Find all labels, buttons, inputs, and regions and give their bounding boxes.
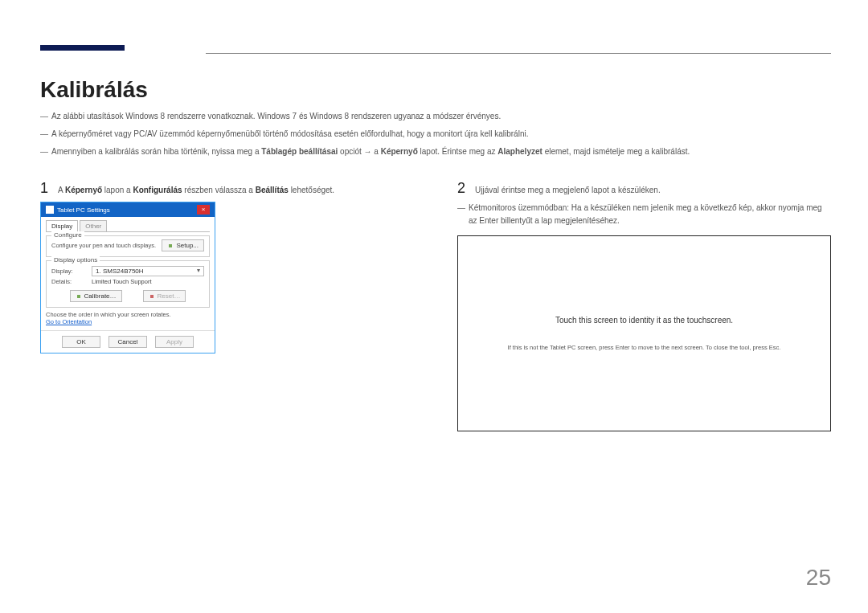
header-accent-bar: [40, 45, 125, 51]
t: Setup...: [176, 242, 199, 249]
display-options-label: Display options: [51, 256, 100, 264]
intro-notes: ―Az alábbi utasítások Windows 8 rendszer…: [40, 109, 831, 162]
touch-line-1: Touch this screen to identity it as the …: [555, 316, 733, 325]
dash-icon: ―: [40, 127, 48, 141]
details-label: Details:: [51, 278, 85, 285]
dash-icon: ―: [40, 145, 48, 159]
apply-button[interactable]: Apply: [155, 336, 194, 348]
t: Képernyő: [65, 186, 102, 194]
details-value: Limited Touch Support: [92, 278, 152, 285]
header-rule: [206, 53, 831, 54]
t: Amennyiben a kalibrálás során hiba törté…: [51, 147, 261, 156]
configure-label: Configure: [51, 231, 84, 239]
dash-icon: ―: [40, 109, 48, 124]
step-number-1: 1: [40, 180, 48, 197]
ok-button[interactable]: OK: [62, 336, 100, 348]
orientation-link[interactable]: Go to Orientation: [46, 318, 92, 325]
display-select[interactable]: 1. SMS24B750H: [92, 266, 204, 276]
reset-button[interactable]: Reset…: [143, 290, 186, 302]
t: elemet, majd ismételje meg a kalibrálást…: [542, 147, 690, 156]
t: lapot. Érintse meg az: [418, 147, 498, 156]
t: opciót → a: [338, 147, 380, 156]
t: Calibrate…: [84, 292, 117, 300]
app-icon: [46, 206, 54, 214]
step-2: 2 Ujjával érintse meg a megjelenő lapot …: [457, 180, 831, 197]
step-1: 1 A Képernyő lapon a Konfigurálás részbe…: [40, 180, 414, 197]
t: Alaphelyzet: [497, 147, 542, 156]
gear-icon: [76, 293, 82, 300]
tab-display[interactable]: Display: [46, 220, 78, 231]
page-number: 25: [806, 565, 831, 591]
display-options-group: Display options Display: 1. SMS24B750H D…: [46, 260, 210, 308]
t: Táblagép beállításai: [261, 147, 338, 156]
calibrate-button[interactable]: Calibrate…: [70, 290, 122, 302]
intro-line-3: Amennyiben a kalibrálás során hiba törté…: [51, 145, 690, 159]
t: lehetőséget.: [289, 186, 334, 194]
configure-group: Configure Configure your pen and touch d…: [46, 235, 210, 257]
touch-line-2: If this is not the Tablet PC screen, pre…: [508, 344, 781, 351]
step-2-note-text: Kétmonitoros üzemmódban: Ha a készüléken…: [469, 202, 831, 227]
tabs: Display Other: [46, 220, 210, 232]
tab-other[interactable]: Other: [80, 220, 107, 231]
touchscreen-prompt-panel: Touch this screen to identity it as the …: [457, 235, 831, 431]
step-2-note: ― Kétmonitoros üzemmódban: Ha a készülék…: [457, 202, 831, 227]
rotate-note: Choose the order in which your screen ro…: [46, 311, 210, 318]
t: Reset…: [158, 292, 181, 300]
t: Beállítás: [256, 186, 289, 194]
gear-icon: [167, 243, 174, 249]
display-label: Display:: [51, 268, 85, 275]
dialog-titlebar: Tablet PC Settings ×: [41, 202, 215, 217]
dialog-footer: OK Cancel Apply: [41, 330, 215, 353]
cancel-button[interactable]: Cancel: [108, 336, 147, 348]
intro-line-1: Az alábbi utasítások Windows 8 rendszerr…: [51, 109, 501, 124]
left-column: 1 A Képernyő lapon a Konfigurálás részbe…: [40, 180, 414, 431]
intro-line-2: A képernyőméret vagy PC/AV üzemmód képer…: [51, 127, 528, 141]
tablet-pc-settings-dialog: Tablet PC Settings × Display Other Confi…: [40, 202, 215, 353]
t: lapon a: [102, 186, 133, 194]
page-title: Kalibrálás: [40, 77, 148, 103]
t: A: [58, 186, 65, 194]
step-1-text: A Képernyő lapon a Konfigurálás részben …: [58, 184, 334, 197]
configure-text: Configure your pen and touch displays.: [51, 242, 156, 249]
dialog-title-text: Tablet PC Settings: [57, 206, 110, 214]
t: Konfigurálás: [133, 186, 182, 194]
step-2-text: Ujjával érintse meg a megjelenő lapot a …: [475, 184, 661, 197]
step-number-2: 2: [457, 180, 465, 197]
setup-button[interactable]: Setup...: [162, 239, 204, 251]
close-icon[interactable]: ×: [197, 205, 210, 215]
dash-icon: ―: [457, 202, 465, 227]
right-column: 2 Ujjával érintse meg a megjelenő lapot …: [457, 180, 831, 431]
t: részben válassza a: [182, 186, 256, 194]
t: Képernyő: [381, 147, 418, 156]
gear-icon: [149, 293, 155, 300]
